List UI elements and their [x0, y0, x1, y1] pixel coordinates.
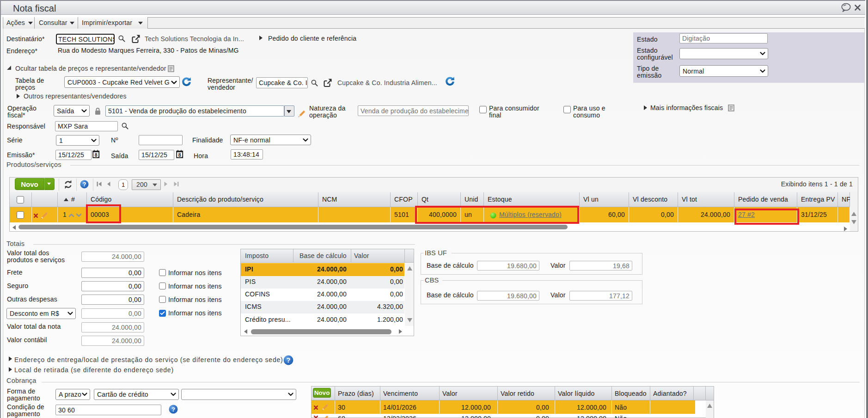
svg-text:8: 8 — [95, 152, 98, 158]
svg-text:?: ? — [287, 357, 291, 364]
svg-text:8: 8 — [178, 152, 181, 158]
svg-text:?: ? — [83, 181, 86, 188]
svg-text:?: ? — [171, 406, 175, 413]
